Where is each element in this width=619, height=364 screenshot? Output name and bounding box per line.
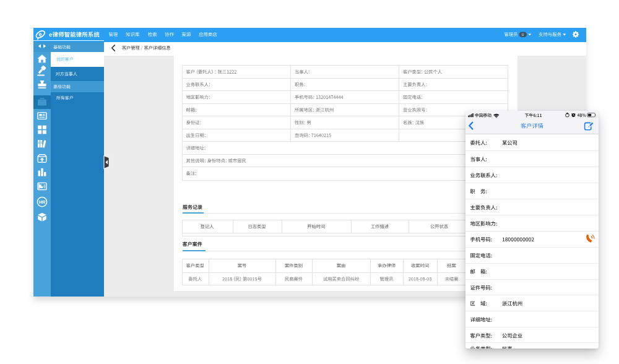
- svg-text:HR: HR: [39, 200, 45, 204]
